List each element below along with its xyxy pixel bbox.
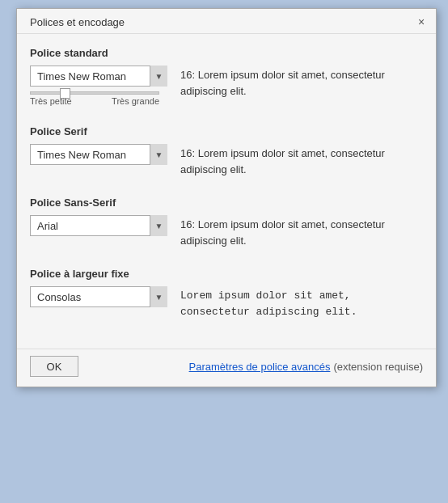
font-select-sans-serif[interactable]: Arial [30,215,167,236]
section-fixed: Police à largeur fixe Consolas ▼ Lorem i… [30,268,423,319]
slider-labels-standard: Très petite Très grande [30,96,159,106]
font-size-slider[interactable] [30,91,159,95]
font-select-wrapper-sans-serif: Arial ▼ [30,215,167,236]
font-select-standard[interactable]: Times New Roman [30,66,167,87]
preview-sans-serif: 16: Lorem ipsum dolor sit amet, consecte… [180,215,399,248]
slider-container-standard: Très petite Très grande [30,91,167,106]
dialog-overlay: Polices et encodage × Police standard Ti… [0,0,448,503]
preview-fixed: Lorem ipsum dolor sit amet, consectetur … [180,286,399,319]
footer-right: Paramètres de police avancés (extension … [189,361,423,373]
font-row-fixed: Consolas ▼ Lorem ipsum dolor sit amet, c… [30,286,423,319]
ok-button[interactable]: OK [30,356,78,377]
font-controls-serif: Times New Roman ▼ [30,144,167,165]
slider-min-label: Très petite [30,96,72,106]
font-select-wrapper-serif: Times New Roman ▼ [30,144,167,165]
dialog-titlebar: Polices et encodage × [17,9,436,34]
dialog-footer: OK Paramètres de police avancés (extensi… [17,349,436,387]
section-fixed-title: Police à largeur fixe [30,268,423,280]
dialog-content: Police standard Times New Roman ▼ T [17,34,436,345]
font-controls-standard: Times New Roman ▼ Très petite Très grand… [30,66,167,106]
section-serif: Police Serif Times New Roman ▼ 16: Lorem… [30,125,423,177]
font-select-wrapper-fixed: Consolas ▼ [30,286,167,307]
advanced-link[interactable]: Paramètres de police avancés [189,361,331,373]
section-sans-serif-title: Police Sans-Serif [30,197,423,209]
font-select-fixed[interactable]: Consolas [30,286,167,307]
section-standard: Police standard Times New Roman ▼ T [30,47,423,106]
section-serif-title: Police Serif [30,125,423,137]
font-controls-sans-serif: Arial ▼ [30,215,167,236]
preview-standard: 16: Lorem ipsum dolor sit amet, consecte… [180,66,399,99]
font-row-sans-serif: Arial ▼ 16: Lorem ipsum dolor sit amet, … [30,215,423,248]
font-select-wrapper-standard: Times New Roman ▼ [30,66,167,87]
extension-note: (extension requise) [333,361,423,373]
fonts-dialog: Polices et encodage × Police standard Ti… [16,8,437,387]
close-button[interactable]: × [415,15,428,28]
preview-serif: 16: Lorem ipsum dolor sit amet, consecte… [180,144,399,177]
font-row-standard: Times New Roman ▼ Très petite Très grand… [30,66,423,106]
font-controls-fixed: Consolas ▼ [30,286,167,307]
section-sans-serif: Police Sans-Serif Arial ▼ 16: Lorem ipsu… [30,197,423,248]
dialog-title: Polices et encodage [30,16,125,28]
slider-max-label: Très grande [112,96,159,106]
font-row-serif: Times New Roman ▼ 16: Lorem ipsum dolor … [30,144,423,177]
section-standard-title: Police standard [30,47,423,59]
font-select-serif[interactable]: Times New Roman [30,144,167,165]
